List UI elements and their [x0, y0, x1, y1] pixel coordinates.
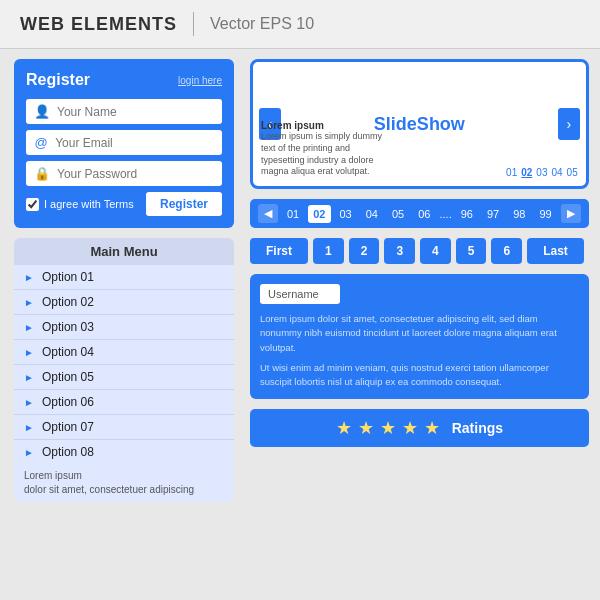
menu-item-label-1: Option 02 — [42, 295, 94, 309]
slide-dots: 01 02 03 04 05 — [506, 167, 578, 178]
slide-dot-1[interactable]: 01 — [506, 167, 517, 178]
card-text-2: Ut wisi enim ad minim veniam, quis nostr… — [260, 361, 579, 390]
name-input[interactable] — [57, 105, 214, 119]
page-tab-99[interactable]: 99 — [534, 205, 556, 223]
register-button[interactable]: Register — [146, 192, 222, 216]
card-box: Username Lorem ipsum dolor sit amet, con… — [250, 274, 589, 399]
menu-item-label-7: Option 08 — [42, 445, 94, 459]
header-divider — [193, 12, 194, 36]
page-tab-96[interactable]: 96 — [456, 205, 478, 223]
page-buttons: First 1 2 3 4 5 6 Last — [250, 238, 589, 264]
menu-arrow-icon-7: ► — [24, 447, 34, 458]
user-icon: 👤 — [34, 104, 50, 119]
email-input-group: @ — [26, 130, 222, 155]
card-text-1: Lorem ipsum dolor sit amet, consectetuer… — [260, 312, 579, 355]
menu-item-label-6: Option 07 — [42, 420, 94, 434]
menu-item-2[interactable]: ► Option 03 — [14, 315, 234, 340]
register-title: Register — [26, 71, 90, 89]
star-1[interactable]: ★ — [336, 417, 352, 439]
pagination-strip: ◀ 01 02 03 04 05 06 .... 96 97 98 99 ▶ — [250, 199, 589, 228]
password-input[interactable] — [57, 167, 214, 181]
page-btn-4[interactable]: 4 — [420, 238, 451, 264]
password-input-group: 🔒 — [26, 161, 222, 186]
menu-footer: Lorem ipsum dolor sit amet, consectetuer… — [14, 464, 234, 502]
page-tab-98[interactable]: 98 — [508, 205, 530, 223]
username-field[interactable]: Username — [260, 284, 340, 304]
main-content: Register login here 👤 @ 🔒 I agree with T… — [0, 49, 600, 597]
slide-lorem: Lorem ipsum — [261, 120, 506, 131]
menu-arrow-icon-4: ► — [24, 372, 34, 383]
page-header: WEB ELEMENTS Vector EPS 10 — [0, 0, 600, 49]
right-column: ‹ SlideShow › Lorem ipsum Lorem ipsum is… — [244, 59, 589, 545]
terms-row: I agree with Terms Register — [26, 192, 222, 216]
menu-item-label-3: Option 04 — [42, 345, 94, 359]
slide-dot-4[interactable]: 04 — [551, 167, 562, 178]
lock-icon: 🔒 — [34, 166, 50, 181]
menu-arrow-icon-6: ► — [24, 422, 34, 433]
menu-footer-line2: dolor sit amet, consectetuer adipiscing — [24, 483, 224, 497]
star-3[interactable]: ★ — [380, 417, 396, 439]
star-4[interactable]: ★ — [402, 417, 418, 439]
menu-footer-line1: Lorem ipsum — [24, 469, 224, 483]
page-btn-1[interactable]: 1 — [313, 238, 344, 264]
slideshow-box: ‹ SlideShow › Lorem ipsum Lorem ipsum is… — [250, 59, 589, 189]
page-tab-03[interactable]: 03 — [335, 205, 357, 223]
page-tab-05[interactable]: 05 — [387, 205, 409, 223]
menu-title: Main Menu — [14, 238, 234, 265]
page-btn-5[interactable]: 5 — [456, 238, 487, 264]
menu-item-0[interactable]: ► Option 01 — [14, 265, 234, 290]
slide-text-block: Lorem ipsum Lorem ipsum is simply dummy … — [261, 120, 506, 178]
page-btn-2[interactable]: 2 — [349, 238, 380, 264]
name-input-group: 👤 — [26, 99, 222, 124]
email-input[interactable] — [55, 136, 214, 150]
star-5[interactable]: ★ — [424, 417, 440, 439]
slide-bottom: Lorem ipsum Lorem ipsum is simply dummy … — [261, 120, 578, 178]
ratings-label: Ratings — [452, 420, 503, 436]
register-box: Register login here 👤 @ 🔒 I agree with T… — [14, 59, 234, 228]
page-tab-04[interactable]: 04 — [361, 205, 383, 223]
left-column: Register login here 👤 @ 🔒 I agree with T… — [14, 59, 244, 545]
menu-item-1[interactable]: ► Option 02 — [14, 290, 234, 315]
menu-item-3[interactable]: ► Option 04 — [14, 340, 234, 365]
slide-body-text: Lorem ipsum is simply dummy text of the … — [261, 131, 396, 178]
menu-arrow-icon-2: ► — [24, 322, 34, 333]
menu-arrow-icon-3: ► — [24, 347, 34, 358]
slide-dot-3[interactable]: 03 — [536, 167, 547, 178]
agree-label[interactable]: I agree with Terms — [26, 198, 134, 211]
agree-checkbox[interactable] — [26, 198, 39, 211]
page-tab-02[interactable]: 02 — [308, 205, 330, 223]
pagination-ellipsis: .... — [440, 208, 452, 220]
page-tab-97[interactable]: 97 — [482, 205, 504, 223]
first-button[interactable]: First — [250, 238, 308, 264]
menu-item-label-2: Option 03 — [42, 320, 94, 334]
register-header: Register login here — [26, 71, 222, 89]
page-btn-3[interactable]: 3 — [384, 238, 415, 264]
email-icon: @ — [34, 135, 48, 150]
header-subtitle: Vector EPS 10 — [210, 15, 314, 33]
page-tab-06[interactable]: 06 — [413, 205, 435, 223]
menu-item-7[interactable]: ► Option 08 — [14, 440, 234, 464]
header-title: WEB ELEMENTS — [20, 14, 177, 35]
login-link[interactable]: login here — [178, 75, 222, 86]
ratings-box: ★ ★ ★ ★ ★ Ratings — [250, 409, 589, 447]
menu-arrow-icon-1: ► — [24, 297, 34, 308]
menu-item-label-4: Option 05 — [42, 370, 94, 384]
page-tab-01[interactable]: 01 — [282, 205, 304, 223]
menu-item-label-0: Option 01 — [42, 270, 94, 284]
menu-box: Main Menu ► Option 01 ► Option 02 ► Opti… — [14, 238, 234, 502]
menu-item-label-5: Option 06 — [42, 395, 94, 409]
last-button[interactable]: Last — [527, 238, 584, 264]
pagination-next-button[interactable]: ▶ — [561, 204, 581, 223]
page-btn-6[interactable]: 6 — [491, 238, 522, 264]
menu-item-6[interactable]: ► Option 07 — [14, 415, 234, 440]
star-2[interactable]: ★ — [358, 417, 374, 439]
menu-item-5[interactable]: ► Option 06 — [14, 390, 234, 415]
slide-dot-2[interactable]: 02 — [521, 167, 532, 178]
menu-item-4[interactable]: ► Option 05 — [14, 365, 234, 390]
menu-arrow-icon-5: ► — [24, 397, 34, 408]
slide-dot-5[interactable]: 05 — [567, 167, 578, 178]
pagination-prev-button[interactable]: ◀ — [258, 204, 278, 223]
menu-arrow-icon-0: ► — [24, 272, 34, 283]
